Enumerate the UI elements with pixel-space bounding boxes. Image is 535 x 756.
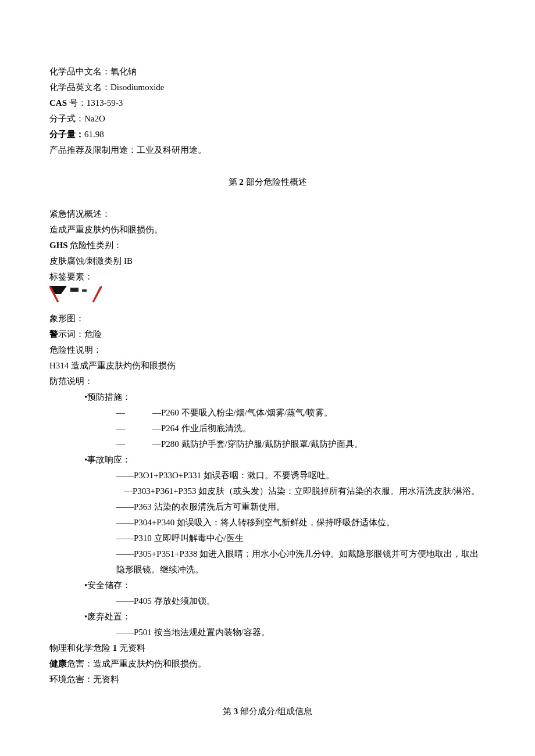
section-2-title-prefix: 第: [229, 177, 237, 187]
precaution-label: 防范说明：: [49, 374, 486, 389]
label-elements-label: 标签要素：: [49, 269, 486, 285]
signal-word-value: 危险: [84, 329, 102, 339]
molecular-weight-label: 分子量：: [49, 130, 84, 139]
section-3-title-num: 3: [231, 707, 240, 716]
prevention-item-1: — —P264 作业后彻底清洗。: [49, 421, 486, 436]
use-label: 产品推荐及限制用途：: [49, 145, 137, 155]
response-item-2: ——P363 沾染的衣服清洗后方可重新使用。: [49, 499, 486, 515]
prevention-item-1-dash1: —: [49, 421, 152, 436]
formula-value: Na2O: [84, 114, 105, 123]
health-bold: 健康: [49, 659, 67, 668]
health-rest: 危害：: [67, 659, 93, 668]
storage-header: •安全储存：: [49, 578, 486, 593]
prevention-item-2: — —P280 戴防护手套/穿防护服/戴防护眼罩/戴防护面具。: [49, 436, 486, 452]
hazard-statement-text: H314 造成严重皮肤灼伤和眼损伤: [49, 358, 486, 374]
signal-word-rest: 示词：: [58, 329, 84, 339]
cas-label-suffix: 号：: [67, 98, 87, 108]
env-label: 环境危害：: [49, 675, 93, 684]
phys-chem-label2: 1: [110, 643, 119, 653]
prevention-item-2-text: —P280 戴防护手套/穿防护服/戴防护眼罩/戴防护面具。: [152, 436, 486, 452]
response-item-1-text: —P303+P361+P353 如皮肤（或头发）沾染：立即脱掉所有沾染的衣服。用…: [124, 486, 480, 496]
prevention-item-0-dash1: —: [49, 405, 152, 421]
storage-item-0: ——P405 存放处须加锁。: [49, 593, 486, 609]
prevention-header: •预防措施：: [49, 389, 486, 405]
emergency-overview-text: 造成严重皮肤灼伤和眼损伤。: [49, 222, 486, 238]
signal-word-bold: 警: [49, 329, 58, 339]
health-value: 造成严重皮肤灼伤和眼损伤。: [93, 659, 206, 668]
section-2-title-suffix: 部分危险性概述: [246, 177, 307, 187]
prevention-item-0: — —P260 不要吸入粉尘/烟/气体/烟雾/蒸气/喷雾。: [49, 405, 486, 421]
chemical-en-name-row: 化学品英文名：Disodiumoxide: [49, 80, 486, 95]
chemical-cn-name-row: 化学品中文名：氧化钠: [49, 64, 486, 80]
use-row: 产品推荐及限制用途：工业及科研用途。: [49, 142, 486, 158]
response-item-4: ——P310 立即呼叫解毒中心/医生: [49, 531, 486, 546]
section-3-title-suffix: 部分成分/组成信息: [240, 707, 312, 716]
env-value: 无资料: [93, 675, 119, 684]
disposal-item-0: ——P501 按当地法规处置内装物/容器。: [49, 625, 486, 640]
response-item-0: ——P3O1+P33O+P331 如误吞咽：漱口。不要诱导呕吐。: [49, 468, 486, 483]
chemical-cn-name-label: 化学品中文名：: [49, 67, 110, 76]
ghs-category-text: 皮肤腐蚀/刺激类别 IB: [49, 253, 486, 269]
cas-row: CAS 号：1313-59-3: [49, 95, 486, 111]
response-item-1-line1: —P303+P361+P353 如皮肤（或头发）沾染：立即脱掉所有沾染的衣服。用…: [49, 483, 486, 499]
section-3-title: 第 3 部分成分/组成信息: [49, 704, 486, 719]
ghs-category-row: GHS 危险性类别：: [49, 238, 486, 253]
section-3-title-prefix: 第: [223, 707, 231, 716]
phys-chem-label1: 物理和化学危险: [49, 643, 110, 653]
molecular-weight-row: 分子量：61.98: [49, 127, 486, 142]
prevention-item-2-dash1: —: [49, 436, 152, 452]
disposal-header: •废弃处置：: [49, 609, 486, 625]
emergency-overview-label: 紧急情况概述：: [49, 206, 486, 222]
environmental-hazard-row: 环境危害：无资料: [49, 672, 486, 687]
prevention-item-0-text: —P260 不要吸入粉尘/烟/气体/烟雾/蒸气/喷雾。: [152, 405, 486, 421]
phys-chem-hazard-row: 物理和化学危险 1 无资料: [49, 640, 486, 656]
cas-value: 1313-59-3: [87, 98, 123, 108]
signal-word-row: 警示词：危险: [49, 327, 486, 342]
chemical-en-name-value: Disodiumoxide: [110, 83, 165, 92]
response-item-5: ——P305+P351+P338 如进入眼睛：用水小心冲洗几分钟。如戴隐形眼镜并…: [49, 546, 486, 578]
chemical-en-name-label: 化学品英文名：: [49, 83, 110, 92]
cas-label-bold: CAS: [49, 98, 67, 108]
molecular-weight-value: 61.98: [84, 130, 104, 139]
svg-rect-1: [70, 288, 79, 292]
section-2-title-num: 2: [237, 177, 246, 187]
response-header: •事故响应：: [49, 452, 486, 468]
health-hazard-row: 健康危害：造成严重皮肤灼伤和眼损伤。: [49, 656, 486, 672]
hazard-statement-label: 危险性说明：: [49, 342, 486, 358]
phys-chem-value: 无资料: [119, 643, 145, 653]
use-value: 工业及科研用途。: [137, 145, 206, 155]
prevention-item-1-text: —P264 作业后彻底清洗。: [152, 421, 486, 436]
ghs-label-bold: GHS: [49, 241, 68, 250]
response-item-3: ——P304+P340 如误吸入：将人转移到空气新鲜处，保持呼吸舒适体位。: [49, 515, 486, 531]
formula-label: 分子式：: [49, 114, 84, 123]
formula-row: 分子式：Na2O: [49, 111, 486, 127]
svg-rect-2: [82, 289, 87, 292]
ghs-label-suffix: 危险性类别：: [68, 241, 123, 250]
chemical-cn-name-value: 氧化钠: [110, 67, 137, 76]
pictogram-label: 象形图：: [49, 311, 486, 327]
section-2-title: 第 2 部分危险性概述: [49, 174, 486, 190]
ghs-corrosion-pictogram: [49, 286, 102, 303]
